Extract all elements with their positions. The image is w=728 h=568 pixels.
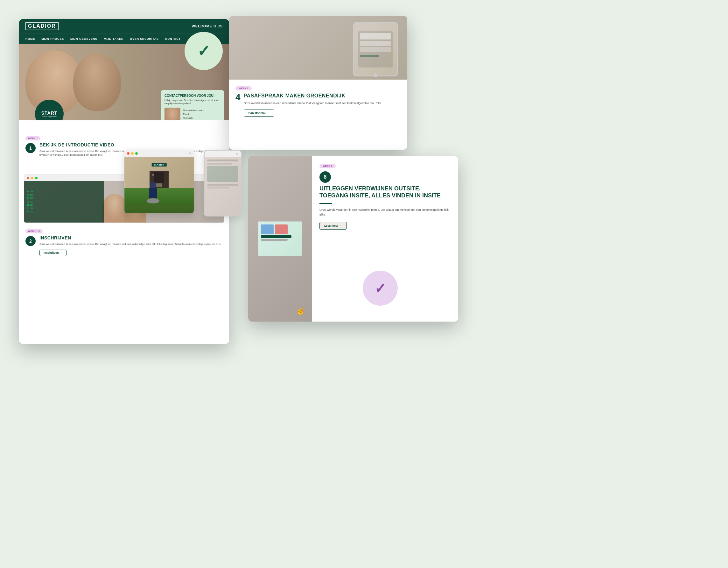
nav-home[interactable]: HOME xyxy=(25,37,35,40)
phone-close[interactable]: ✕ xyxy=(236,152,238,155)
tablet-item3 xyxy=(360,47,390,52)
bottom-right-card: ☝ WEEK 6 8 UITLEGGEN VERDWIJNEN OUTSITE,… xyxy=(248,156,458,322)
laptop-bar2 xyxy=(261,239,288,241)
dot-close[interactable] xyxy=(127,152,129,155)
laptop-boxes xyxy=(261,224,299,234)
laptop-content xyxy=(258,222,302,256)
br-step-row: 8 xyxy=(319,171,451,183)
dot-red xyxy=(27,177,29,179)
contact-info: Naam Achternaam Email Telefoon xyxy=(183,108,204,119)
tablet-frame xyxy=(353,22,398,76)
phone-line3 xyxy=(207,184,238,186)
hand-icon: ☝ xyxy=(296,306,305,315)
tablet-screen xyxy=(354,23,397,75)
tablet-content xyxy=(354,23,397,75)
phone-screen xyxy=(205,157,241,215)
nav-contact[interactable]: CONTACT xyxy=(165,37,181,40)
avatar-face xyxy=(165,108,180,120)
inschrijven-label[interactable]: Inschrijven → xyxy=(39,249,67,256)
tr-image-area xyxy=(229,16,407,80)
door-handle xyxy=(152,174,154,176)
code-bg: 10110010011101000101100110111010101 xyxy=(24,181,104,222)
tablet-item1 xyxy=(360,33,390,39)
step2-item: 2 INSCHRIJVEN Onze wereld verandert in e… xyxy=(25,235,223,256)
contact-box-desc: Heb je vragen over Securitas als werkgev… xyxy=(165,99,221,105)
head xyxy=(150,182,156,188)
br-image: ☝ xyxy=(248,156,312,322)
top-right-card: WEEK 2 4 PASAFSPRAAK MAKEN GROENENDIJK O… xyxy=(229,16,407,150)
lees-meer-button[interactable]: Lees meer → xyxy=(319,222,347,229)
dot-yellow xyxy=(31,177,33,179)
start-sublabel: Proces Aspiranten xyxy=(42,116,57,117)
br-title: UITLEGGEN VERDWIJNEN OUTSITE, TOEGANG IN… xyxy=(319,185,451,199)
tr-step-row: 4 PASAFSPRAAK MAKEN GROENENDIJK Onze wer… xyxy=(235,93,401,116)
check-icon-top: ✓ xyxy=(197,42,210,60)
close-x[interactable]: ✕ xyxy=(189,152,191,155)
contact-email: Email xyxy=(183,113,204,116)
step1-number: 1 xyxy=(25,143,36,153)
check-circle-bottom: ✓ xyxy=(363,270,398,306)
tr-text-area: WEEK 2 4 PASAFSPRAAK MAKEN GROENENDIJK O… xyxy=(229,80,407,122)
step2-number: 2 xyxy=(25,236,36,246)
nav-mijn-taken[interactable]: MIJN TAKEN xyxy=(104,37,123,40)
step2-area: WEEK 1-2 2 INSCHRIJVEN Onze wereld veran… xyxy=(19,228,229,256)
phone-content xyxy=(205,157,241,215)
box1 xyxy=(261,224,274,234)
video-titlebar: ✕ xyxy=(124,150,194,157)
tr-title: PASAFSPRAAK MAKEN GROENENDIJK xyxy=(244,93,381,99)
step2-title: INSCHRIJVEN xyxy=(39,235,221,240)
tablet-home-btn xyxy=(374,73,377,77)
br-image-bg: ☝ xyxy=(248,156,312,322)
body xyxy=(149,188,157,198)
tablet-item2 xyxy=(360,41,390,46)
dot-min[interactable] xyxy=(131,152,134,155)
box2 xyxy=(275,224,288,234)
logo: GLADIOR xyxy=(25,22,59,30)
check-circle-top: ✓ xyxy=(185,32,223,70)
week1-badge: WEEK 1 xyxy=(25,136,40,140)
phone-frame: ✕ xyxy=(204,150,242,216)
building-sign: GLADIOR xyxy=(152,163,167,166)
br-content: ☝ WEEK 6 8 UITLEGGEN VERDWIJNEN OUTSITE,… xyxy=(248,156,458,322)
contact-box: CONTACTPERSOON VOOR JOU! Heb je vragen o… xyxy=(161,90,224,120)
tr-step-content: PASAFSPRAAK MAKEN GROENENDIJK Onze werel… xyxy=(244,93,381,116)
dot-max[interactable] xyxy=(135,152,138,155)
check-icon-bottom: ✓ xyxy=(375,280,386,297)
contact-box-title: CONTACTPERSOON VOOR JOU! xyxy=(165,94,221,97)
inschrijven-btn[interactable]: Inschrijven → xyxy=(39,249,221,256)
outdoor-scene: GLADIOR xyxy=(124,157,194,213)
step1-title: BEKIJK DE INTRODUCTIE VIDEO xyxy=(39,142,223,147)
nav-mijn-gegevens[interactable]: MIJN GEGEVENS xyxy=(70,37,97,40)
video-card: ✕ GLADIOR xyxy=(124,150,194,213)
dot-green xyxy=(35,177,38,179)
video-content: GLADIOR xyxy=(124,157,194,213)
face-right xyxy=(73,53,121,111)
contact-phone: Telefoon xyxy=(183,116,204,119)
phone-titlebar: ✕ xyxy=(205,151,241,157)
person1 xyxy=(102,194,127,222)
contact-name: Naam Achternaam xyxy=(183,109,204,112)
contact-avatar xyxy=(165,108,180,120)
laptop-screen xyxy=(258,221,302,256)
bike-person xyxy=(145,182,161,207)
contact-person-row: Naam Achternaam Email Telefoon xyxy=(165,108,221,120)
nav-over-securitas[interactable]: OVER SECURITAS xyxy=(130,37,159,40)
week2-badge: WEEK 1-2 xyxy=(25,229,43,233)
plan-afspraak-button[interactable]: Plan afspraak → xyxy=(244,109,274,116)
br-desc: Onze wereld verandert in een razendnel t… xyxy=(319,207,451,217)
tr-week-badge: WEEK 2 xyxy=(235,86,252,90)
start-label: START xyxy=(41,110,58,116)
tr-step-num: 4 xyxy=(235,93,241,102)
phone-line1 xyxy=(207,159,238,161)
nav-mijn-proces[interactable]: MIJN PROCES xyxy=(41,37,64,40)
br-step-num: 8 xyxy=(319,171,331,183)
step2-content: INSCHRIJVEN Onze wereld verandert in een… xyxy=(39,235,221,256)
br-week-badge: WEEK 6 xyxy=(319,164,336,168)
navbar: GLADIOR WELCOME GIJS xyxy=(19,19,229,33)
tablet-items xyxy=(358,31,392,68)
tablet-badge xyxy=(360,55,378,57)
phone-line2 xyxy=(207,163,232,165)
phone-line4 xyxy=(207,186,229,188)
welcome-text: WELCOME GIJS xyxy=(192,24,223,28)
wheel xyxy=(147,198,159,203)
